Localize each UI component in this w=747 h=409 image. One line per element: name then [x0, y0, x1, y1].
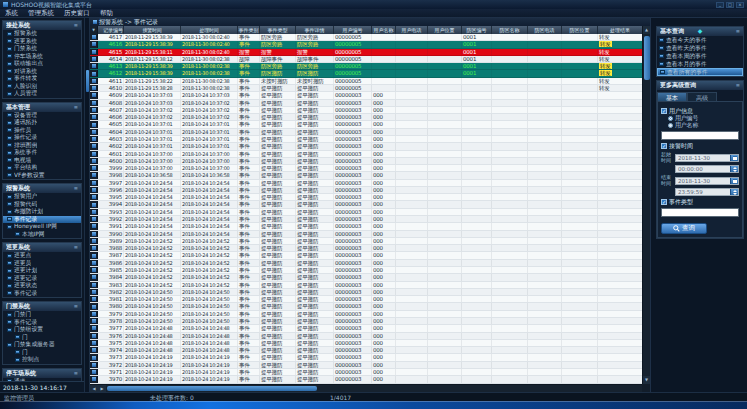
- start-time-field[interactable]: 00:00:00: [675, 165, 739, 173]
- user-name-radio[interactable]: [668, 123, 673, 128]
- start-date-field[interactable]: 2018-11-30: [675, 154, 739, 162]
- table-row[interactable]: 46132018-11-29 15:38:392018-11-30 08:02:…: [90, 63, 642, 70]
- table-row[interactable]: 46162018-11-29 15:38:392018-11-30 08:02:…: [90, 41, 642, 48]
- menu-item-3[interactable]: 帮助: [100, 9, 113, 18]
- column-header[interactable]: 事件类型: [260, 26, 296, 34]
- table-row[interactable]: 39912018-10-24 10:24:542018-10-24 10:24:…: [90, 223, 642, 230]
- column-header[interactable]: 处理结果: [598, 26, 642, 34]
- table-row[interactable]: 39842018-10-24 10:24:522018-10-24 10:24:…: [90, 274, 642, 281]
- sidebar-panel-header[interactable]: 接处系统≡: [3, 21, 81, 30]
- filter-column-header[interactable]: ▼: [90, 26, 98, 34]
- sidebar-item[interactable]: Honeywell IP网: [3, 223, 81, 231]
- time-spinner-icon[interactable]: [730, 189, 738, 195]
- table-row[interactable]: 46082018-10-24 10:37:032018-10-24 10:37:…: [90, 100, 642, 107]
- calendar-icon[interactable]: [730, 155, 738, 161]
- os-taskbar[interactable]: [0, 401, 747, 409]
- vertical-scrollbar[interactable]: ▲ ▼: [642, 26, 650, 384]
- column-header[interactable]: 用户编号: [334, 26, 372, 34]
- scroll-right-icon[interactable]: ▶: [98, 385, 106, 392]
- table-row[interactable]: 39712018-10-24 10:24:192018-10-24 10:24:…: [90, 369, 642, 376]
- sidebar-item[interactable]: 控制点: [3, 356, 81, 364]
- sidebar-item[interactable]: 系统事件: [3, 149, 81, 157]
- sidebar-item[interactable]: 联动输出点: [3, 60, 81, 68]
- panel-collapse-icon[interactable]: ≡: [74, 302, 78, 311]
- close-button[interactable]: ×: [736, 2, 744, 8]
- table-row[interactable]: 39762018-10-24 10:24:482018-10-24 10:24:…: [90, 333, 642, 340]
- column-header[interactable]: 事件详情: [296, 26, 334, 34]
- sidebar-item[interactable]: 报警用户: [3, 193, 81, 201]
- sidebar-item[interactable]: 巡更状态: [3, 282, 81, 290]
- column-header[interactable]: 用户名称: [372, 26, 396, 34]
- table-row[interactable]: 46142018-11-29 15:38:122018-11-30 08:02:…: [90, 56, 642, 63]
- column-header[interactable]: 用户位置: [428, 26, 462, 34]
- quick-query-item[interactable]: 查看本周的事件: [657, 52, 743, 60]
- sidebar-panel-header[interactable]: 停车场系统≡: [3, 369, 81, 378]
- scroll-left-icon[interactable]: ◀: [90, 385, 98, 392]
- table-row[interactable]: 46152018-11-29 15:38:112018-11-30 08:02:…: [90, 49, 642, 56]
- table-row[interactable]: 46172018-11-29 15:38:392018-11-30 08:02:…: [90, 34, 642, 41]
- table-row[interactable]: 39742018-10-24 10:24:482018-10-24 10:24:…: [90, 347, 642, 354]
- table-row[interactable]: 39982018-10-24 10:36:582018-10-24 10:36:…: [90, 172, 642, 179]
- sidebar-item[interactable]: 门禁集成服务器: [3, 341, 81, 349]
- sidebar-item[interactable]: 设备管理: [3, 112, 81, 120]
- sidebar-item[interactable]: 事件转发: [3, 75, 81, 83]
- scroll-down-icon[interactable]: ▼: [643, 376, 650, 384]
- sidebar-panel-header[interactable]: 巡更系统≡: [3, 243, 81, 252]
- menu-item-1[interactable]: 管理系统: [28, 9, 54, 18]
- table-row[interactable]: 39942018-10-24 10:24:542018-10-24 10:24:…: [90, 201, 642, 208]
- column-header[interactable]: 防区电话: [528, 26, 562, 34]
- column-header[interactable]: 防区位置: [562, 26, 598, 34]
- table-row[interactable]: 39812018-10-24 10:24:502018-10-24 10:24:…: [90, 296, 642, 303]
- panel-collapse-icon[interactable]: ≡: [74, 243, 78, 252]
- table-row[interactable]: 46022018-10-24 10:37:012018-10-24 10:37:…: [90, 143, 642, 150]
- tab-basic[interactable]: 基本: [657, 92, 687, 101]
- table-row[interactable]: 39892018-10-24 10:24:522018-10-24 10:24:…: [90, 238, 642, 245]
- table-row[interactable]: 39862018-10-24 10:24:522018-10-24 10:24:…: [90, 260, 642, 267]
- table-row[interactable]: 39782018-10-24 10:24:502018-10-24 10:24:…: [90, 318, 642, 325]
- horizontal-scrollbar[interactable]: ◀ ▶: [90, 384, 642, 392]
- table-row[interactable]: 39952018-10-24 10:24:542018-10-24 10:24:…: [90, 194, 642, 201]
- table-row[interactable]: 46122018-11-29 15:38:392018-11-30 08:02:…: [90, 70, 642, 77]
- table-row[interactable]: 39962018-10-24 10:24:542018-10-24 10:24:…: [90, 187, 642, 194]
- sidebar-item[interactable]: 事件记录: [3, 216, 81, 224]
- menu-item-0[interactable]: 系统: [5, 9, 18, 18]
- sidebar-item[interactable]: 通讯拓扑: [3, 119, 81, 127]
- sidebar-item[interactable]: 门: [3, 334, 81, 342]
- panel-collapse-icon[interactable]: ≡: [74, 369, 78, 378]
- tab-advanced[interactable]: 高级: [687, 92, 717, 101]
- scroll-up-icon[interactable]: ▲: [643, 26, 650, 34]
- basic-query-header[interactable]: 基本查询 ≡: [657, 27, 743, 36]
- table-row[interactable]: 39722018-10-24 10:24:192018-10-24 10:24:…: [90, 362, 642, 369]
- sidebar-item[interactable]: 操作记录: [3, 134, 81, 142]
- time-spinner-icon[interactable]: [730, 166, 738, 172]
- event-type-input[interactable]: [661, 208, 739, 217]
- advanced-query-header[interactable]: 更多高级查询 ≡: [657, 81, 743, 90]
- user-value-input[interactable]: [661, 131, 739, 140]
- table-row[interactable]: 46002018-10-24 10:37:002018-10-24 10:37:…: [90, 158, 642, 165]
- table-row[interactable]: 39802018-10-24 10:24:502018-10-24 10:24:…: [90, 303, 642, 310]
- table-row[interactable]: 46042018-10-24 10:37:012018-10-24 10:37:…: [90, 129, 642, 136]
- end-time-field[interactable]: 23:59:59: [675, 188, 739, 196]
- table-row[interactable]: 46092018-10-24 10:37:032018-10-24 10:37:…: [90, 92, 642, 99]
- sidebar-item[interactable]: 事件记录: [3, 290, 81, 298]
- user-info-checkbox[interactable]: ✓: [661, 108, 667, 114]
- table-row[interactable]: 39822018-10-24 10:24:502018-10-24 10:24:…: [90, 289, 642, 296]
- column-header[interactable]: 处理时间: [181, 26, 238, 34]
- sidebar-item[interactable]: 门禁门: [3, 311, 81, 319]
- sidebar-panel-header[interactable]: 门禁系统≡: [3, 302, 81, 311]
- sidebar-item[interactable]: 巡更员: [3, 260, 81, 268]
- table-row[interactable]: 39902018-10-24 10:24:542018-10-24 10:24:…: [90, 231, 642, 238]
- table-row[interactable]: 39702018-10-24 10:24:192018-10-24 10:24:…: [90, 376, 642, 383]
- column-header[interactable]: 防区编号: [462, 26, 492, 34]
- sidebar-panel-header[interactable]: 基本管理≡: [3, 103, 81, 112]
- table-row[interactable]: 39772018-10-24 10:24:482018-10-24 10:24:…: [90, 325, 642, 332]
- table-row[interactable]: 46012018-10-24 10:37:002018-10-24 10:37:…: [90, 151, 642, 158]
- table-row[interactable]: 39882018-10-24 10:24:522018-10-24 10:24:…: [90, 245, 642, 252]
- panel-collapse-icon[interactable]: ≡: [736, 27, 740, 36]
- sidebar-item[interactable]: 门禁系统: [3, 45, 81, 53]
- table-row[interactable]: 39932018-10-24 10:24:542018-10-24 10:24:…: [90, 209, 642, 216]
- quick-query-item[interactable]: 查看今天的事件: [657, 36, 743, 44]
- sidebar-item[interactable]: 操作员: [3, 127, 81, 135]
- table-row[interactable]: 46052018-10-24 10:37:012018-10-24 10:37:…: [90, 121, 642, 128]
- sidebar-item[interactable]: 门禁组设置: [3, 326, 81, 334]
